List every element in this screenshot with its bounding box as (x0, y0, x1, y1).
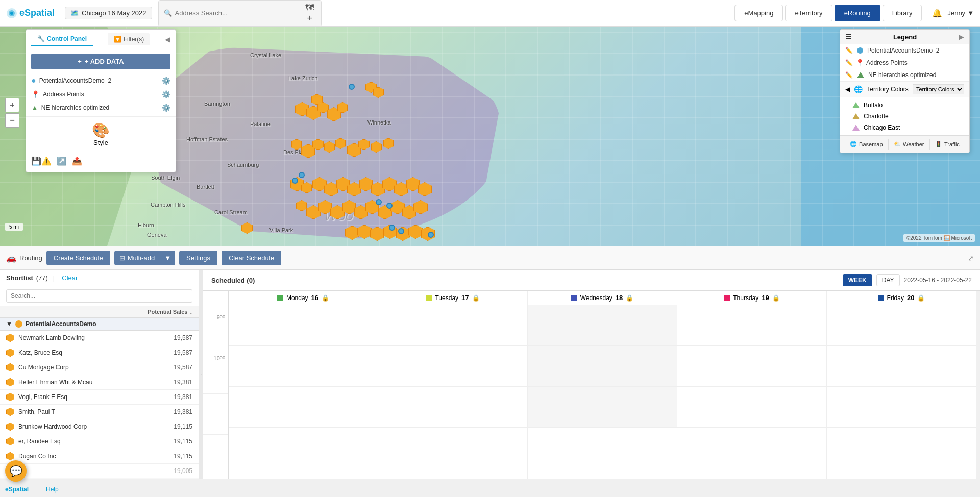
list-item[interactable]: Vogl, Frank E Esq 19,381 (0, 390, 199, 405)
map-title[interactable]: 🗺️ Chicago 16 May 2022 (65, 7, 152, 19)
scheduled-scrollbar[interactable] (976, 291, 980, 479)
notifications-button[interactable]: 🔔 (932, 8, 942, 18)
settings-button[interactable]: Settings (179, 251, 217, 265)
calendar-cell[interactable] (378, 305, 527, 346)
address-search-input[interactable] (175, 9, 301, 17)
list-item[interactable]: Brunkow Hardwood Corp 19,115 (0, 419, 199, 434)
row-left: Katz, Bruce Esq (6, 349, 62, 357)
map-area[interactable]: Crystal Lake Lake Zurich Barrington Pala… (0, 27, 980, 246)
clear-shortlist-button[interactable]: Clear (62, 274, 78, 282)
gear-icon[interactable]: ⚙️ (162, 77, 170, 85)
lock-icon[interactable]: 🔒 (626, 294, 633, 302)
dot-marker[interactable] (386, 203, 393, 209)
collapse-panel-button[interactable]: ◀ (165, 35, 170, 43)
shortlist-search-input[interactable] (6, 289, 192, 303)
row-left: Vogl, Frank E Esq (6, 393, 67, 401)
territory-items: Buffalo Charlotte Chicago East (840, 97, 969, 135)
multi-add-button[interactable]: ⊞ Multi-add ▼ (114, 251, 175, 265)
calendar-cell[interactable] (229, 346, 378, 387)
lock-icon[interactable]: 🔒 (917, 294, 925, 302)
gear-icon[interactable]: ⚙️ (162, 90, 170, 98)
calendar-cell[interactable] (528, 346, 677, 387)
list-item[interactable]: Heller Ehrman Wht & Mcau 19,381 (0, 375, 199, 390)
tab-erouting[interactable]: eRouting (835, 5, 880, 21)
row-left: Heller Ehrman Wht & Mcau (6, 378, 92, 386)
tab-emapping[interactable]: eMapping (734, 5, 783, 21)
item-value: 19,381 (174, 379, 192, 386)
dot-marker[interactable] (428, 232, 434, 238)
legend-item-label: PotentialAccountsDemo_2 (867, 47, 939, 54)
dot-marker[interactable] (389, 225, 395, 231)
item-value: 19,115 (174, 423, 192, 430)
territory-dropdown[interactable]: ◀ 🌐 Territory Colors Territory Colors (840, 81, 969, 97)
zoom-out-button[interactable]: − (5, 113, 19, 128)
help-link[interactable]: Help (46, 486, 59, 493)
zoom-in-button[interactable]: + (5, 98, 19, 112)
dot-marker[interactable] (292, 178, 298, 184)
territory-label: Territory Colors (867, 86, 908, 93)
list-item[interactable]: Smith, Paul T 19,381 (0, 405, 199, 419)
tab-eterritory[interactable]: eTerritory (785, 5, 832, 21)
calendar-cell[interactable] (827, 346, 976, 387)
divider (888, 139, 889, 150)
list-item[interactable]: Cu Mortgage Corp 19,587 (0, 360, 199, 375)
calendar-cell[interactable] (229, 305, 378, 346)
calendar-cell[interactable] (378, 387, 527, 428)
calendar-cell[interactable] (827, 387, 976, 428)
dot-marker[interactable] (398, 228, 404, 234)
calendar-cell[interactable] (378, 346, 527, 387)
dot-marker[interactable] (299, 172, 305, 178)
share-button[interactable]: ↗️ (57, 156, 67, 166)
day-view-button[interactable]: DAY (876, 274, 900, 286)
list-item[interactable]: Dugan Co Inc 19,115 (0, 449, 199, 464)
legend-expand-button[interactable]: ▶ (959, 33, 964, 41)
user-menu-button[interactable]: Jenny ▼ (947, 9, 974, 17)
basemap-button[interactable]: 🌐 Basemap (846, 139, 887, 150)
gear-icon[interactable]: ⚙️ (162, 104, 170, 112)
multi-add-dropdown-button[interactable]: ▼ (160, 251, 175, 265)
territory-color-select[interactable]: Territory Colors (913, 84, 964, 94)
list-item[interactable]: Katz, Bruce Esq 19,587 (0, 345, 199, 360)
list-item[interactable]: er, Randee Esq 19,115 (0, 434, 199, 449)
dot-marker[interactable] (376, 199, 382, 205)
calendar-cell[interactable] (528, 305, 677, 346)
calendar-cell[interactable] (229, 387, 378, 428)
tab-library[interactable]: Library (883, 5, 922, 21)
day-header-thursday: Thursday 19 🔒 (677, 291, 826, 305)
hex-icon (6, 423, 14, 431)
clear-schedule-button[interactable]: Clear Schedule (222, 251, 281, 265)
calendar-cell[interactable] (827, 305, 976, 346)
lock-icon[interactable]: 🔒 (322, 294, 329, 302)
expand-icon[interactable]: ▼ (6, 320, 12, 328)
control-panel-tab[interactable]: 🔧 Control Panel (31, 33, 93, 46)
dot-marker[interactable] (349, 84, 355, 90)
save-warning-button[interactable]: 💾⚠️ (31, 156, 52, 166)
resize-handle[interactable]: ··· (199, 270, 203, 479)
time-header-spacer (203, 291, 228, 312)
list-item[interactable]: Newmark Lamb Dowling 19,587 (0, 331, 199, 345)
add-data-button[interactable]: + + ADD DATA (31, 54, 170, 69)
add-location-button[interactable]: 🗺+ (304, 3, 316, 24)
week-view-button[interactable]: WEEK (843, 274, 872, 286)
export-button[interactable]: 📤 (72, 156, 82, 166)
calendar-cell[interactable] (677, 346, 826, 387)
calendar-cell[interactable] (677, 387, 826, 428)
traffic-button[interactable]: 🚦 Traffic (931, 139, 964, 150)
item-value: 19,115 (174, 453, 192, 460)
user-chevron-icon: ▼ (967, 9, 974, 17)
chat-button[interactable]: 💬 (5, 460, 27, 482)
day-color-tuesday (426, 295, 432, 301)
create-schedule-button[interactable]: Create Schedule (46, 251, 110, 265)
list-item[interactable]: ... 19,005 (0, 464, 199, 479)
label-campton-hills: Campton Hills (151, 202, 185, 208)
multi-add-main[interactable]: ⊞ Multi-add (114, 251, 160, 265)
lock-icon[interactable]: 🔒 (772, 294, 780, 302)
territory-item-2: Chicago East (840, 122, 969, 133)
calendar-cell[interactable] (677, 305, 826, 346)
lock-icon[interactable]: 🔒 (472, 294, 480, 302)
sort-indicator[interactable]: ↓ (190, 309, 193, 315)
filter-tab[interactable]: 🔽 Filter(s) (108, 33, 151, 45)
resize-panel-button[interactable]: ⤢ (968, 254, 974, 262)
calendar-cell[interactable] (528, 387, 677, 428)
weather-button[interactable]: ⛅ Weather (890, 139, 928, 150)
